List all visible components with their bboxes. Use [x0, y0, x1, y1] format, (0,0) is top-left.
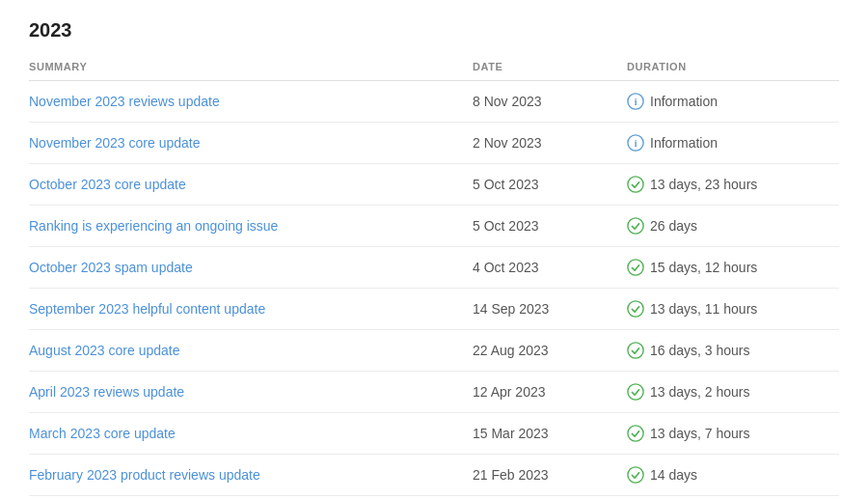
summary-cell: October 2023 spam update: [29, 260, 473, 275]
summary-link[interactable]: November 2023 reviews update: [29, 94, 220, 109]
table-header-row: SUMMARY DATE DURATION: [29, 53, 839, 81]
date-cell: 4 Oct 2023: [473, 260, 627, 275]
svg-point-8: [628, 343, 643, 358]
date-cell: 15 Mar 2023: [473, 426, 627, 441]
date-cell: 2 Nov 2023: [473, 135, 627, 151]
check-circle-icon: [627, 300, 644, 318]
duration-text: 16 days, 3 hours: [650, 343, 750, 358]
summary-link[interactable]: February 2023 product reviews update: [29, 467, 260, 483]
table-row: August 2023 core update22 Aug 2023 16 da…: [29, 330, 839, 372]
duration-text: Information: [650, 135, 718, 151]
summary-link[interactable]: October 2023 core update: [29, 177, 186, 192]
duration-cell: 26 days: [627, 217, 839, 235]
summary-cell: April 2023 reviews update: [29, 384, 473, 400]
check-circle-icon: [627, 217, 644, 235]
duration-cell: 15 days, 12 hours: [627, 259, 839, 276]
check-circle-icon: [627, 259, 644, 276]
date-cell: 5 Oct 2023: [473, 177, 627, 192]
svg-text:i: i: [635, 138, 637, 149]
summary-column-header: SUMMARY: [29, 61, 473, 72]
summary-cell: August 2023 core update: [29, 343, 473, 358]
date-cell: 14 Sep 2023: [473, 301, 627, 317]
duration-column-header: DURATION: [627, 61, 839, 72]
duration-text: 15 days, 12 hours: [650, 260, 757, 275]
svg-point-10: [628, 426, 643, 441]
summary-cell: Ranking is experiencing an ongoing issue: [29, 218, 473, 234]
summary-link[interactable]: October 2023 spam update: [29, 260, 193, 275]
duration-text: 13 days, 7 hours: [650, 426, 750, 441]
table-row: November 2023 reviews update8 Nov 2023 i…: [29, 81, 839, 123]
summary-cell: February 2023 product reviews update: [29, 467, 473, 483]
date-cell: 22 Aug 2023: [473, 343, 627, 358]
duration-cell: 13 days, 2 hours: [627, 383, 839, 401]
duration-text: 14 days: [650, 467, 697, 483]
duration-text: 26 days: [650, 218, 697, 234]
table-row: March 2023 core update15 Mar 2023 13 day…: [29, 413, 839, 455]
date-cell: 8 Nov 2023: [473, 94, 627, 109]
date-cell: 12 Apr 2023: [473, 384, 627, 400]
summary-link[interactable]: April 2023 reviews update: [29, 384, 184, 400]
duration-text: 13 days, 11 hours: [650, 301, 757, 317]
duration-cell: i Information: [627, 93, 839, 110]
svg-point-9: [628, 384, 643, 400]
svg-point-5: [628, 218, 643, 234]
svg-point-7: [628, 301, 643, 317]
svg-point-11: [628, 467, 643, 483]
table-row: February 2023 product reviews update21 F…: [29, 455, 839, 496]
date-cell: 21 Feb 2023: [473, 467, 627, 483]
table-row: November 2023 core update2 Nov 2023 i In…: [29, 123, 839, 164]
duration-cell: 13 days, 23 hours: [627, 176, 839, 193]
summary-link[interactable]: March 2023 core update: [29, 426, 176, 441]
svg-point-6: [628, 260, 643, 275]
date-column-header: DATE: [473, 61, 627, 72]
info-circle-icon: i: [627, 93, 644, 110]
check-circle-icon: [627, 176, 644, 193]
summary-link[interactable]: Ranking is experiencing an ongoing issue: [29, 218, 278, 234]
table-body: November 2023 reviews update8 Nov 2023 i…: [29, 81, 839, 496]
check-circle-icon: [627, 425, 644, 442]
summary-cell: November 2023 core update: [29, 135, 473, 151]
page-container: 2023 SUMMARY DATE DURATION November 2023…: [29, 19, 839, 496]
table-row: October 2023 core update5 Oct 2023 13 da…: [29, 164, 839, 206]
duration-text: Information: [650, 94, 718, 109]
duration-text: 13 days, 2 hours: [650, 384, 750, 400]
table-row: September 2023 helpful content update14 …: [29, 289, 839, 330]
summary-link[interactable]: September 2023 helpful content update: [29, 301, 265, 317]
info-circle-icon: i: [627, 134, 644, 152]
summary-cell: March 2023 core update: [29, 426, 473, 441]
summary-cell: September 2023 helpful content update: [29, 301, 473, 317]
date-cell: 5 Oct 2023: [473, 218, 627, 234]
check-circle-icon: [627, 342, 644, 359]
summary-link[interactable]: August 2023 core update: [29, 343, 179, 358]
duration-cell: 13 days, 11 hours: [627, 300, 839, 318]
svg-point-4: [628, 177, 643, 192]
check-circle-icon: [627, 383, 644, 401]
table-row: October 2023 spam update4 Oct 2023 15 da…: [29, 247, 839, 289]
table-row: April 2023 reviews update12 Apr 2023 13 …: [29, 372, 839, 413]
duration-cell: 13 days, 7 hours: [627, 425, 839, 442]
summary-cell: November 2023 reviews update: [29, 94, 473, 109]
table-row: Ranking is experiencing an ongoing issue…: [29, 206, 839, 247]
svg-text:i: i: [635, 97, 637, 107]
duration-cell: 14 days: [627, 466, 839, 484]
summary-link[interactable]: November 2023 core update: [29, 135, 200, 151]
duration-text: 13 days, 23 hours: [650, 177, 757, 192]
updates-table: SUMMARY DATE DURATION November 2023 revi…: [29, 53, 839, 496]
summary-cell: October 2023 core update: [29, 177, 473, 192]
check-circle-icon: [627, 466, 644, 484]
duration-cell: i Information: [627, 134, 839, 152]
duration-cell: 16 days, 3 hours: [627, 342, 839, 359]
year-heading: 2023: [29, 19, 839, 42]
